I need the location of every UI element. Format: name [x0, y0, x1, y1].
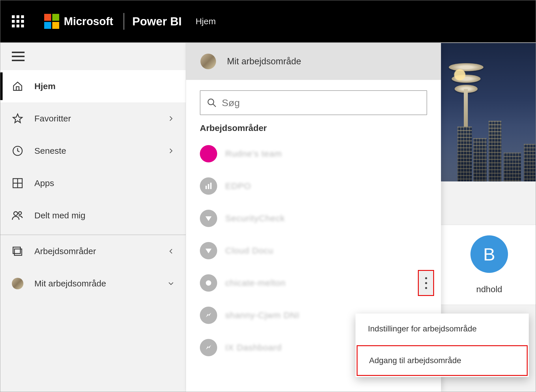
workspaces-flyout-header-label: Mit arbejdsområde [227, 56, 301, 67]
sidebar-item-favorites[interactable]: Favoritter [0, 102, 186, 135]
workspace-badge-icon [200, 242, 217, 259]
workspace-badge-icon [200, 339, 217, 356]
workspace-name-masked: chicate-melton [225, 278, 286, 288]
workspace-badge-icon [200, 210, 217, 227]
workspace-item[interactable]: Rudne's team [186, 138, 441, 170]
context-menu-label: Indstillinger for arbejdsområde [368, 324, 477, 333]
svg-point-16 [206, 280, 211, 286]
page-title: Hjem [196, 16, 216, 26]
shared-icon [12, 210, 23, 221]
header-divider [124, 13, 124, 30]
more-vertical-icon [425, 277, 427, 289]
workspace-badge-icon [200, 274, 217, 292]
context-menu-item-access[interactable]: Adgang til arbejdsområde [357, 345, 528, 376]
search-icon [207, 98, 217, 108]
main-area: Hjem Favoritter Seneste [0, 43, 536, 392]
workspace-item[interactable]: Cloud Docu [186, 235, 441, 267]
svg-rect-14 [208, 184, 209, 189]
nav-collapse-button[interactable] [0, 43, 186, 70]
svg-line-12 [213, 104, 216, 107]
sidebar-item-label: Arbejdsområder [34, 246, 168, 256]
svg-point-8 [18, 212, 21, 215]
workspace-badge-icon [200, 177, 217, 195]
tile-label: ndhold [449, 284, 529, 294]
microsoft-brand-text: Microsoft [64, 15, 124, 28]
sidebar-item-home[interactable]: Hjem [0, 70, 186, 102]
sidebar-item-recent[interactable]: Seneste [0, 135, 186, 167]
workspace-item[interactable]: EDPO [186, 170, 441, 202]
tile-avatar: B [470, 235, 508, 273]
home-icon [12, 80, 23, 92]
chevron-right-icon [168, 148, 174, 154]
workspace-badge-icon [200, 307, 217, 324]
workspace-name-masked: Rudne's team [225, 149, 282, 159]
workspaces-section-title: Arbejdsområder [186, 120, 441, 136]
sidebar-item-my-workspace[interactable]: Mit arbejdsområde [0, 267, 186, 300]
sidebar-item-apps[interactable]: Apps [0, 167, 186, 199]
apps-icon [12, 177, 23, 189]
workspace-search-field[interactable] [222, 97, 420, 108]
chevron-left-icon [168, 248, 174, 254]
svg-point-11 [208, 99, 214, 105]
chevron-down-icon [168, 280, 174, 287]
app-launcher-icon[interactable] [12, 15, 24, 27]
product-name-text: Power BI [132, 15, 196, 28]
sidebar-item-shared[interactable]: Delt med mig [0, 199, 186, 232]
svg-rect-13 [206, 186, 207, 189]
hamburger-icon [12, 52, 25, 61]
sidebar-item-label: Apps [34, 178, 174, 188]
workspaces-flyout-header[interactable]: Mit arbejdsområde [186, 43, 441, 80]
star-icon [12, 113, 23, 124]
sidebar-item-label: Delt med mig [34, 211, 174, 220]
hero-image [440, 43, 536, 181]
workspace-name-masked: SecurityCheck [225, 213, 285, 223]
context-menu-label: Adgang til arbejdsområde [369, 356, 461, 365]
workspace-name-masked: Cloud Docu [225, 246, 273, 256]
workspace-name-masked: EDPO [225, 181, 251, 191]
clock-icon [12, 145, 23, 157]
sidebar-item-label: Mit arbejdsområde [34, 279, 168, 288]
sidebar-item-workspaces[interactable]: Arbejdsområder [0, 235, 186, 267]
workspace-context-menu: Indstillinger for arbejdsområde Adgang t… [356, 314, 529, 377]
svg-rect-0 [12, 52, 25, 53]
svg-point-7 [14, 212, 18, 215]
microsoft-logo-icon [44, 14, 59, 29]
my-workspace-avatar-icon [200, 54, 216, 69]
svg-rect-2 [12, 60, 25, 61]
left-sidebar: Hjem Favoritter Seneste [0, 43, 186, 392]
content-tile[interactable]: B ndhold [440, 225, 536, 305]
workspace-name-masked: IX Dashboard [225, 343, 282, 352]
app-header: Microsoft Power BI Hjem [0, 0, 536, 43]
svg-rect-1 [12, 56, 25, 57]
chevron-right-icon [168, 115, 174, 122]
workspace-more-button[interactable] [418, 270, 434, 296]
context-menu-item-settings[interactable]: Indstillinger for arbejdsområde [356, 314, 529, 344]
sidebar-item-label: Hjem [34, 81, 174, 91]
workspaces-icon [12, 245, 23, 257]
svg-rect-15 [210, 183, 212, 189]
sidebar-item-label: Seneste [34, 146, 168, 156]
workspace-name-masked: shanny-Cjwm DNI [225, 310, 299, 320]
workspace-badge-icon [200, 145, 217, 162]
workspace-item[interactable]: SecurityCheck [186, 202, 441, 235]
workspace-search-input[interactable] [200, 90, 427, 115]
sidebar-item-label: Favoritter [34, 114, 168, 123]
workspace-item[interactable]: chicate-melton [186, 267, 441, 299]
avatar-icon [12, 278, 23, 289]
